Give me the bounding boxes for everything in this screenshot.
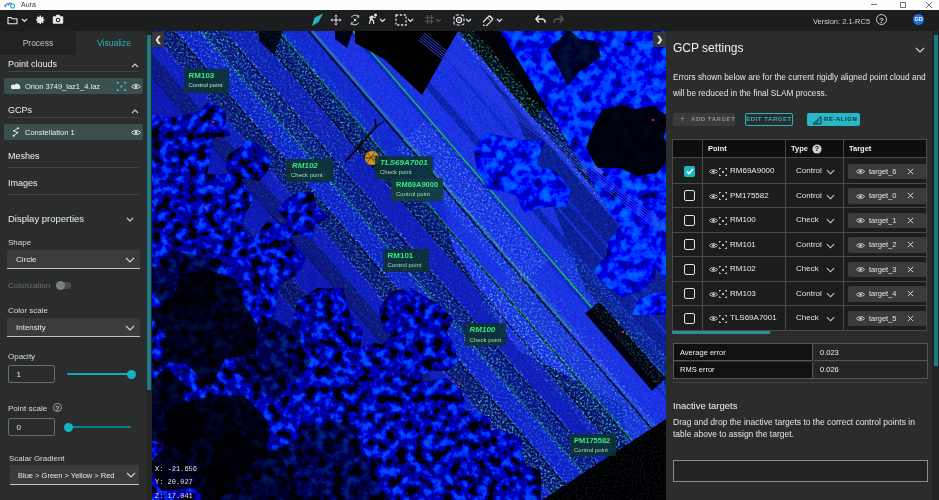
svg-text:?: ? [815, 145, 819, 152]
